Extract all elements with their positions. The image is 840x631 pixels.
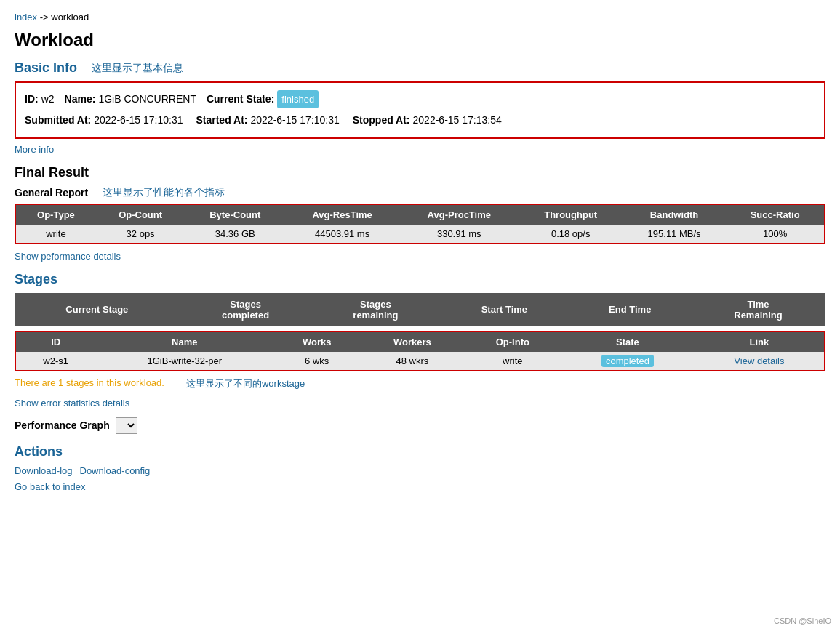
id-label: ID: (25, 90, 39, 108)
general-report-label: General Report (15, 187, 88, 198)
stage-cell-workers: 48 wkrs (360, 352, 464, 370)
basic-info-header: Basic Info 这里显示了基本信息 (15, 60, 825, 76)
col-op-count: Op-Count (96, 205, 185, 225)
perf-table-cell: 100% (726, 225, 824, 243)
basic-info-box: ID: w2 Name: 1GiB CONCURRENT Current Sta… (15, 81, 825, 139)
stage-cell-state: completed (561, 352, 695, 370)
stages-note: There are 1 stages in this workload. (15, 377, 164, 388)
perf-table-cell: write (16, 225, 96, 243)
submitted-at-label: Submitted At: (25, 111, 91, 129)
stopped-at-value: 2022-6-15 17:13:54 (413, 111, 502, 129)
perf-table: Op-Type Op-Count Byte-Count Avg-ResTime … (16, 205, 824, 243)
stage-cell-link[interactable]: View details (695, 352, 824, 370)
basic-info-note: 这里显示了基本信息 (92, 62, 183, 75)
col-throughput: Throughput (519, 205, 623, 225)
col-stage-id: ID (16, 332, 95, 352)
stage-cell-id: w2-s1 (16, 352, 95, 370)
current-state-label: Current State: (207, 90, 274, 108)
general-report-header: General Report 这里显示了性能的各个指标 (15, 186, 825, 199)
breadcrumb-index-link[interactable]: index (15, 12, 37, 23)
col-stages-completed: Stagescompleted (180, 293, 312, 326)
go-back-link[interactable]: Go back to index (15, 481, 86, 492)
more-info-link[interactable]: More info (15, 144, 54, 155)
stage-cell-name: 1GiB-write-32-per (95, 352, 273, 370)
id-value: w2 (41, 90, 55, 108)
stages-workstage-note: 这里显示了不同的workstage (186, 377, 305, 390)
download-log-link[interactable]: Download-log (15, 465, 73, 476)
stages-summary-table: Current Stage Stagescompleted Stagesrema… (15, 293, 825, 326)
page-title: Workload (15, 30, 825, 50)
col-stage-state: State (561, 332, 695, 352)
col-current-stage: Current Stage (15, 293, 180, 326)
submitted-at-value: 2022-6-15 17:10:31 (94, 111, 183, 129)
breadcrumb: index -> workload (15, 12, 825, 23)
col-stage-works: Works (273, 332, 360, 352)
perf-table-cell: 0.18 op/s (519, 225, 623, 243)
stage-state-badge: completed (601, 355, 654, 367)
basic-info-title: Basic Info (15, 60, 77, 76)
name-value: 1GiB CONCURRENT (98, 90, 196, 108)
col-avg-restime: Avg-ResTime (285, 205, 399, 225)
breadcrumb-separator: -> (40, 12, 49, 23)
col-stages-remaining: Stagesremaining (312, 293, 440, 326)
stages-note-row: There are 1 stages in this workload. 这里显… (15, 377, 825, 391)
col-avg-proctime: Avg-ProcTime (399, 205, 519, 225)
started-at-value: 2022-6-15 17:10:31 (251, 111, 340, 129)
col-bandwidth: Bandwidth (623, 205, 726, 225)
col-stage-link: Link (695, 332, 824, 352)
name-label: Name: (65, 90, 96, 108)
col-stage-opinfo: Op-Info (465, 332, 561, 352)
started-at-label: Started At: (196, 111, 247, 129)
stages-detail-box: ID Name Works Workers Op-Info State Link… (15, 331, 825, 371)
perf-graph-select[interactable] (116, 417, 137, 434)
perf-table-header-row: Op-Type Op-Count Byte-Count Avg-ResTime … (16, 205, 824, 225)
show-error-link[interactable]: Show error statistics details (15, 398, 129, 409)
stage-view-details-link[interactable]: View details (734, 355, 784, 366)
col-end-time: End Time (569, 293, 691, 326)
actions-links: Download-log Download-config (15, 465, 825, 476)
perf-graph-label: Performance Graph (15, 419, 110, 431)
col-byte-count: Byte-Count (185, 205, 285, 225)
stage-cell-works: 6 wks (273, 352, 360, 370)
final-result-title: Final Result (15, 165, 825, 180)
col-op-type: Op-Type (16, 205, 96, 225)
perf-table-row: write32 ops34.36 GB44503.91 ms330.91 ms0… (16, 225, 824, 243)
download-config-link[interactable]: Download-config (80, 465, 151, 476)
stage-cell-op_info: write (465, 352, 561, 370)
col-start-time: Start Time (439, 293, 569, 326)
perf-graph-row: Performance Graph (15, 417, 825, 434)
col-time-remaining: TimeRemaining (691, 293, 825, 326)
basic-info-row-2: Submitted At: 2022-6-15 17:10:31 Started… (25, 111, 815, 129)
stages-detail-table: ID Name Works Workers Op-Info State Link… (16, 332, 824, 370)
stages-summary-header-row: Current Stage Stagescompleted Stagesrema… (15, 293, 825, 326)
perf-table-cell: 34.36 GB (185, 225, 285, 243)
col-stage-workers: Workers (360, 332, 464, 352)
breadcrumb-current: workload (51, 12, 89, 23)
basic-info-row-1: ID: w2 Name: 1GiB CONCURRENT Current Sta… (25, 90, 815, 108)
perf-table-cell: 44503.91 ms (285, 225, 399, 243)
perf-table-box: Op-Type Op-Count Byte-Count Avg-ResTime … (15, 204, 825, 244)
col-succ-ratio: Succ-Ratio (726, 205, 824, 225)
actions-title: Actions (15, 444, 825, 459)
general-report-note: 这里显示了性能的各个指标 (103, 186, 225, 199)
stage-row: w2-s11GiB-write-32-per6 wks48 wkrswritec… (16, 352, 824, 370)
stages-detail-header-row: ID Name Works Workers Op-Info State Link (16, 332, 824, 352)
col-stage-name: Name (95, 332, 273, 352)
perf-table-cell: 32 ops (96, 225, 185, 243)
state-badge: finished (277, 90, 319, 108)
show-perf-link[interactable]: Show peformance details (15, 251, 121, 262)
perf-table-cell: 330.91 ms (399, 225, 519, 243)
stages-title: Stages (15, 272, 825, 287)
perf-table-cell: 195.11 MB/s (623, 225, 726, 243)
stopped-at-label: Stopped At: (353, 111, 410, 129)
